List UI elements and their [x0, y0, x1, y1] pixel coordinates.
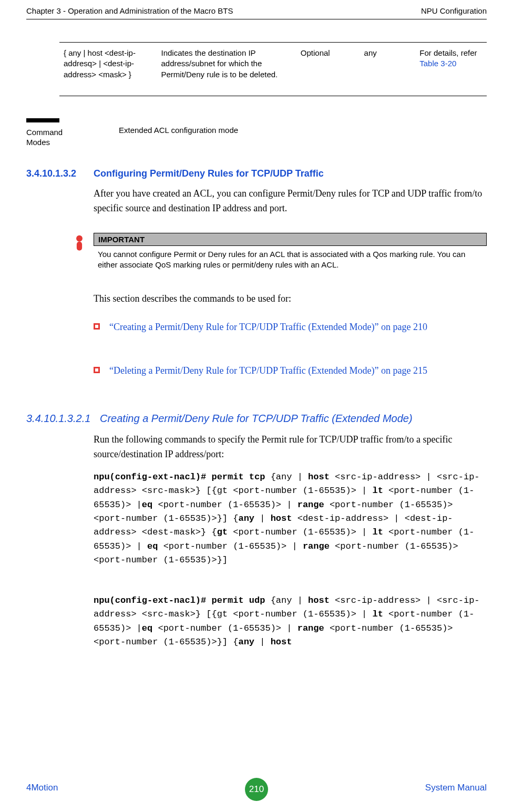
header-right: NPU Configuration — [421, 6, 487, 15]
section-number: 3.4.10.1.3.2 — [26, 168, 76, 179]
footer-brand: 4Motion — [26, 783, 58, 793]
xref-link[interactable]: “Deleting a Permit/Deny Rule for TCP/UDP… — [109, 364, 487, 378]
command-modes-value: Extended ACL configuration mode — [119, 126, 238, 135]
code-text: <port-number (1-65535)> | — [152, 500, 297, 510]
svg-point-0 — [76, 235, 83, 242]
code-kw: host — [308, 595, 330, 605]
paragraph: This section describes the commands to b… — [94, 292, 487, 306]
cell-ref: For details, refer Table 3-20 — [415, 43, 487, 96]
code-kw: eq — [142, 500, 152, 510]
code-kw: range — [303, 541, 330, 551]
code-kw: lt — [373, 527, 383, 537]
important-title: IMPORTANT — [94, 233, 487, 245]
page-number-badge: 210 — [245, 778, 268, 801]
subsection-number: 3.4.10.1.3.2.1 — [26, 413, 90, 425]
cell-presence: Optional — [296, 43, 360, 96]
code-text: | — [254, 513, 271, 523]
code-text: <port-number (1-65535)> | — [152, 623, 297, 633]
table-row: { any | host <dest-ip-addresq> | <dest-i… — [59, 43, 487, 96]
cell-param: { any | host <dest-ip-addresq> | <dest-i… — [59, 43, 157, 96]
list-item: “Deleting a Permit/Deny Rule for TCP/UDP… — [94, 364, 487, 378]
xref-link[interactable]: “Creating a Permit/Deny Rule for TCP/UDP… — [109, 320, 487, 335]
cell-desc: Indicates the destination IP address/sub… — [157, 43, 296, 96]
code-text: {any | — [271, 472, 308, 482]
command-modes-bar — [26, 118, 59, 122]
code-kw: host — [271, 637, 292, 647]
code-kw: range — [297, 500, 324, 510]
paragraph: Run the following commands to specify th… — [94, 433, 487, 462]
important-icon — [71, 235, 87, 253]
important-body: You cannot configure Permit or Deny rule… — [94, 245, 487, 275]
code-kw: range — [297, 623, 324, 633]
paragraph: After you have created an ACL, you can c… — [94, 187, 487, 216]
code-text: <port-number (1-65535)> | — [158, 541, 302, 551]
code-kw: lt — [373, 609, 383, 619]
header-left: Chapter 3 - Operation and Administration… — [26, 6, 233, 15]
code-kw: any — [238, 637, 254, 647]
code-text: <port-number (1-65535)> | — [228, 527, 372, 537]
command-modes-label: Command Modes — [26, 128, 71, 148]
code-block-udp: npu(config-ext-nacl)# permit udp {any | … — [94, 594, 487, 649]
table-ref-link[interactable]: Table 3-20 — [419, 59, 456, 68]
section-title: Configuring Permit/Deny Rules for TCP/UD… — [94, 168, 324, 179]
bullet-icon — [94, 323, 100, 330]
important-note: IMPORTANT You cannot configure Permit or… — [94, 233, 487, 275]
bullet-icon — [94, 367, 100, 373]
code-kw: host — [308, 472, 330, 482]
code-cmd: npu(config-ext-nacl)# permit udp — [94, 595, 271, 605]
code-text: | — [254, 637, 271, 647]
subsection-title: Creating a Permit/Deny Rule for TCP/UDP … — [100, 413, 413, 425]
code-text: {any | — [271, 595, 308, 605]
header-rule — [26, 19, 487, 19]
code-kw: host — [271, 513, 292, 523]
code-kw: eq — [147, 541, 158, 551]
code-kw: eq — [142, 623, 152, 633]
code-kw: lt — [373, 486, 383, 496]
code-block-tcp: npu(config-ext-nacl)# permit tcp {any | … — [94, 470, 487, 567]
command-modes-block: Command Modes Extended ACL configuration… — [26, 118, 487, 148]
ref-text: For details, refer — [419, 48, 477, 57]
footer-manual: System Manual — [425, 783, 487, 793]
code-kw: gt — [217, 527, 228, 537]
list-item: “Creating a Permit/Deny Rule for TCP/UDP… — [94, 320, 487, 335]
parameter-table: { any | host <dest-ip-addresq> | <dest-i… — [59, 42, 487, 96]
svg-rect-1 — [77, 242, 82, 251]
cell-default: any — [360, 43, 416, 96]
code-cmd: npu(config-ext-nacl)# permit tcp — [94, 472, 271, 482]
code-kw: any — [238, 513, 254, 523]
